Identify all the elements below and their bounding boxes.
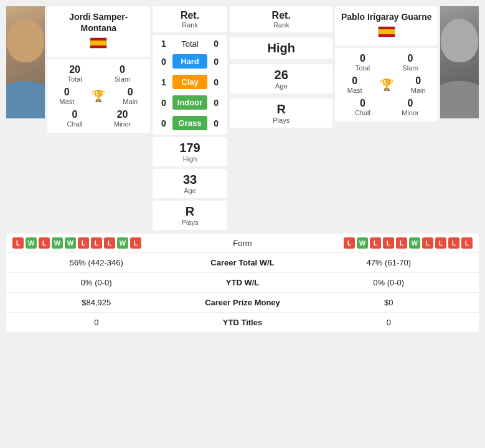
form-badge-right: L <box>422 237 433 249</box>
player-left-total-cell: 20 Total <box>52 64 98 83</box>
right-plays-card: R Plays <box>230 98 332 128</box>
form-badge-right: L <box>435 237 446 249</box>
right-plays-value: R <box>233 102 329 117</box>
total-label: Total <box>170 39 210 49</box>
center-age-value: 33 <box>156 173 224 187</box>
ytd-wl-right: 0% (0-0) <box>305 278 473 287</box>
prize-label: Career Prize Money <box>181 298 305 307</box>
form-badge-left: L <box>78 237 89 249</box>
player-right-slam-value: 0 <box>388 53 433 64</box>
total-row: 1 Total 0 <box>155 37 225 50</box>
player-right-stats-grid-3: 0 Mast 🏆 0 Main <box>340 75 433 94</box>
top-section: Jordi Samper-Montana 20 Total 0 Slam <box>6 6 479 230</box>
ytd-wl-row: 0% (0-0) YTD W/L 0% (0-0) <box>6 273 479 293</box>
player-right-total-label: Total <box>340 64 385 72</box>
center-rank-card: Ret. Rank <box>153 6 227 32</box>
center-stats: Ret. Rank 1 Total 0 0 Hard 0 1 Clay <box>153 6 227 230</box>
player-left-name: Jordi Samper-Montana <box>52 11 145 34</box>
player-left-main-cell: 0 Main <box>116 87 145 105</box>
ytd-wl-left: 0% (0-0) <box>12 278 181 287</box>
player-left-slam-label: Slam <box>100 75 145 83</box>
player-right-stats-card: 0 Total 0 Slam 0 Mast 🏆 <box>335 48 438 122</box>
center-high-value: 179 <box>156 141 224 155</box>
center-age-card: 33 Age <box>153 169 227 198</box>
center-plays-card: R Plays <box>153 201 227 230</box>
right-age-label: Age <box>233 82 329 90</box>
career-wl-row: 56% (442-346) Career Total W/L 47% (61-7… <box>6 253 479 273</box>
bottom-section: LWLWWLLLWL Form LWLLLWLLLL 56% (442-346)… <box>6 234 479 332</box>
center-high-label: High <box>156 155 224 163</box>
total-score-right: 0 <box>210 39 222 49</box>
player-right-main-value: 0 <box>403 75 433 87</box>
player-right-chall-cell: 0 Chall <box>340 98 385 117</box>
player-right-minor-cell: 0 Minor <box>388 98 433 117</box>
clay-score-left: 1 <box>158 77 170 87</box>
career-wl-label: Career Total W/L <box>181 258 305 267</box>
player-right-slam-cell: 0 Slam <box>388 53 433 72</box>
player-right-mast-label: Mast <box>340 87 369 94</box>
right-plays-label: Plays <box>233 117 329 124</box>
player-right-total-value: 0 <box>340 53 385 64</box>
grass-score-right: 0 <box>210 118 222 128</box>
titles-label: YTD Titles <box>181 318 305 327</box>
player-right-slam-label: Slam <box>388 64 433 72</box>
trophy-right: 🏆 <box>380 79 393 91</box>
player-right-main-cell: 0 Main <box>403 75 433 94</box>
player-left-minor-label: Minor <box>100 120 145 128</box>
form-badge-left: L <box>39 237 50 249</box>
trophy-icon-left: 🏆 <box>84 89 113 103</box>
player-right-main-label: Main <box>403 87 433 94</box>
player-right-chall-label: Chall <box>340 109 385 117</box>
center-high-card: 179 High <box>153 137 227 166</box>
player-right-mast-value: 0 <box>340 75 369 87</box>
player-left-chall-cell: 0 Chall <box>52 109 98 128</box>
indoor-score-right: 0 <box>210 98 222 108</box>
player-left-stats-grid-3: 0 Mast 🏆 0 Main <box>52 87 145 105</box>
player-right-stats-grid: 0 Total 0 Slam <box>340 53 433 72</box>
center-plays-label: Plays <box>156 219 224 226</box>
player-left-slam-cell: 0 Slam <box>100 64 145 83</box>
clay-row: 1 Clay 0 <box>155 73 225 91</box>
player-right-stats-grid-2: 0 Chall 0 Minor <box>340 98 433 117</box>
player-right-minor-value: 0 <box>388 98 433 109</box>
form-badge-left: L <box>12 237 24 249</box>
main-container: Jordi Samper-Montana 20 Total 0 Slam <box>0 0 485 338</box>
form-badge-right: L <box>383 237 394 249</box>
right-rank-card: Ret. Rank <box>230 6 332 32</box>
player-right-mast-cell: 0 Mast <box>340 75 369 94</box>
form-badge-left: W <box>26 237 37 249</box>
player-left-stats-grid-2: 0 Chall 20 Minor <box>52 109 145 128</box>
career-wl-right: 47% (61-70) <box>305 258 473 267</box>
form-badge-left: W <box>117 237 128 249</box>
clay-score-right: 0 <box>210 77 222 87</box>
total-score-left: 1 <box>158 39 170 49</box>
prize-row: $84,925 Career Prize Money $0 <box>6 293 479 313</box>
form-badge-right: L <box>461 237 473 249</box>
player-left-minor-value: 20 <box>100 109 145 120</box>
player-right-name: Pablo Irigaray Guarne <box>340 11 433 22</box>
player-left-minor-cell: 20 Minor <box>100 109 145 128</box>
form-badge-left: L <box>104 237 115 249</box>
player-left-main-label: Main <box>116 98 145 105</box>
player-right-name-stats: Pablo Irigaray Guarne 0 Total 0 Slam <box>335 6 438 230</box>
form-badges-right: LWLLLWLLLL <box>280 237 473 249</box>
player-right-flag <box>378 26 395 37</box>
hard-btn: Hard <box>172 54 207 69</box>
trophy-icon-right: 🏆 <box>372 78 401 92</box>
hard-score-right: 0 <box>210 57 222 67</box>
player-right-total-cell: 0 Total <box>340 53 385 72</box>
player-left-total-value: 20 <box>52 64 98 75</box>
form-badge-right: L <box>344 237 355 249</box>
form-badge-left: W <box>65 237 76 249</box>
player-left-stats: Jordi Samper-Montana 20 Total 0 Slam <box>47 6 150 230</box>
player-left-mast-label: Mast <box>52 98 82 105</box>
prize-left: $84,925 <box>12 298 181 307</box>
form-label: Form <box>205 239 280 248</box>
form-badge-left: W <box>52 237 63 249</box>
player-left-main-value: 0 <box>116 87 145 98</box>
prize-right: $0 <box>305 298 473 307</box>
form-badge-left: L <box>91 237 102 249</box>
indoor-row: 0 Indoor 0 <box>155 93 225 112</box>
right-rank-value: Ret. <box>233 10 329 21</box>
titles-left: 0 <box>12 318 181 327</box>
